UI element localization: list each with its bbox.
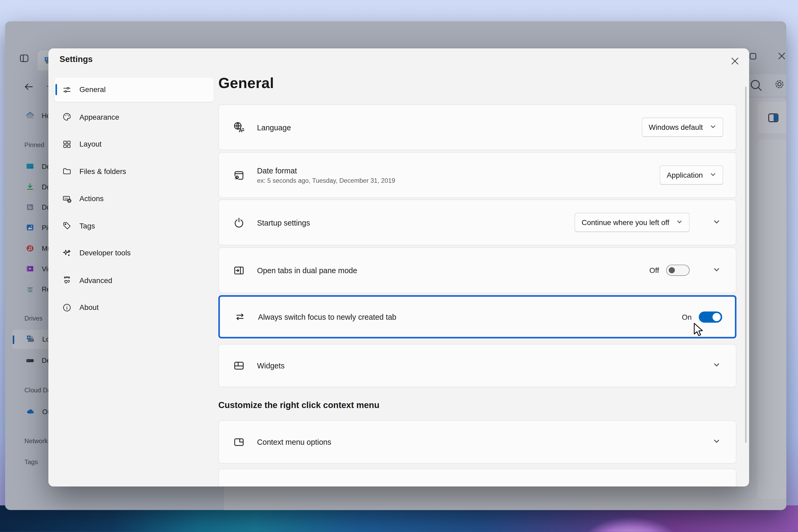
language-icon: A: [232, 121, 245, 134]
info-icon: [62, 303, 72, 312]
language-dropdown[interactable]: Windows default: [642, 118, 723, 137]
dual-pane-toggle[interactable]: [666, 265, 690, 276]
chevron-down-icon: [713, 266, 720, 275]
svg-text:A: A: [238, 127, 242, 133]
page-title: General: [218, 75, 274, 92]
row-label: Language: [257, 123, 291, 132]
startup-dropdown[interactable]: Continue where you left off: [574, 213, 690, 232]
sparkles-icon: [62, 248, 72, 258]
tag-icon: [62, 221, 72, 231]
dialog-scrollbar[interactable]: [745, 87, 747, 443]
widgets-expander[interactable]: [710, 361, 723, 370]
dialog-close-button[interactable]: [723, 51, 747, 71]
row-widgets: Widgets: [218, 344, 737, 387]
chevron-down-icon: [713, 438, 720, 446]
chevron-down-icon: [713, 361, 720, 370]
widgets-icon: [232, 359, 245, 372]
calendar-clock-icon: [232, 169, 245, 182]
row-dual-pane: Open tabs in dual pane mode Off: [218, 247, 737, 293]
settings-dialog: Settings General Appearance Layout Files…: [49, 49, 749, 487]
sliders-icon: [62, 85, 72, 94]
selection-pill: [55, 84, 57, 95]
dialog-title: Settings: [60, 55, 93, 64]
toggle-state-label: On: [682, 313, 691, 321]
mouse-cursor: [692, 323, 705, 337]
row-language: A Language Windows default: [218, 104, 737, 150]
close-icon: [731, 57, 739, 65]
settings-nav-actions[interactable]: Actions: [55, 187, 214, 210]
context-menu-expander[interactable]: [710, 437, 723, 447]
chevron-down-icon: [710, 171, 716, 179]
settings-nav-about[interactable]: About: [55, 296, 214, 320]
screen: Local Disk (C:): [0, 0, 798, 532]
palette-icon: [62, 112, 72, 121]
row-date-format: Date format ex: 5 seconds ago, Tuesday, …: [218, 152, 737, 198]
chevron-down-icon: [677, 218, 683, 227]
settings-nav-developer-tools[interactable]: Developer tools: [55, 241, 214, 265]
settings-sidebar: General Appearance Layout Files & folder…: [55, 78, 214, 320]
date-format-dropdown[interactable]: Application: [660, 166, 723, 185]
chevron-down-icon: [710, 123, 716, 131]
folder-icon: [62, 167, 72, 176]
row-partial: [218, 469, 737, 487]
row-switch-focus: Always switch focus to newly created tab…: [218, 295, 737, 339]
power-icon: [232, 216, 245, 229]
settings-nav-general[interactable]: General: [55, 78, 214, 101]
keyboard-gear-icon: [62, 194, 72, 203]
settings-nav-advanced[interactable]: Advanced: [55, 268, 214, 292]
startup-expander[interactable]: [710, 217, 723, 227]
row-label: Widgets: [257, 361, 285, 370]
settings-nav-appearance[interactable]: Appearance: [55, 105, 214, 129]
layout-grid-icon: [62, 139, 72, 149]
settings-nav-layout[interactable]: Layout: [55, 132, 214, 156]
context-menu-icon: [232, 436, 245, 449]
switch-focus-toggle[interactable]: [699, 311, 722, 322]
settings-nav-files-folders[interactable]: Files & folders: [55, 159, 214, 183]
chevron-down-icon: [713, 218, 720, 227]
row-label: Startup settings: [257, 218, 310, 227]
row-startup-settings: Startup settings Continue where you left…: [218, 200, 737, 245]
row-label: Date format: [257, 166, 395, 175]
row-label: Open tabs in dual pane mode: [257, 266, 357, 275]
hearts-icon: [62, 276, 72, 285]
dual-pane-expander[interactable]: [710, 265, 723, 275]
swap-arrows-icon: [233, 310, 246, 323]
dual-pane-icon: [232, 264, 245, 277]
section-heading: Customize the right click context menu: [218, 401, 379, 411]
row-sublabel: ex: 5 seconds ago, Tuesday, December 31,…: [257, 177, 395, 184]
toggle-state-label: Off: [649, 266, 659, 274]
row-label: Context menu options: [257, 438, 331, 446]
settings-nav-tags[interactable]: Tags: [55, 214, 214, 238]
row-context-menu: Context menu options: [218, 420, 737, 464]
row-label: Always switch focus to newly created tab: [258, 312, 396, 321]
